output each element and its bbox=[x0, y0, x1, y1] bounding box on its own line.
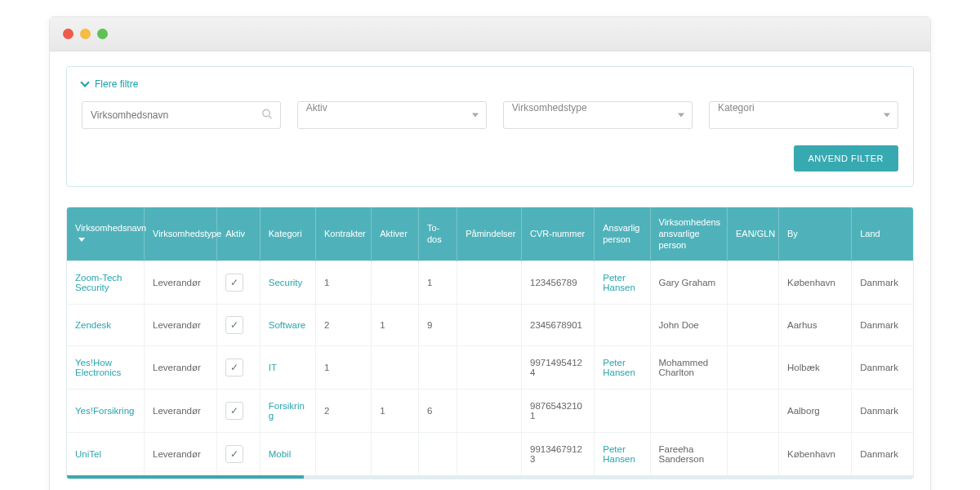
cell-ansvarlig bbox=[595, 390, 650, 433]
active-check-icon[interactable]: ✓ bbox=[225, 274, 243, 292]
col-ean[interactable]: EAN/GLN bbox=[728, 207, 779, 261]
cell-cvr: 99714954124 bbox=[522, 346, 595, 390]
cell-aktiv: ✓ bbox=[217, 305, 261, 346]
cell-name-link[interactable]: UniTel bbox=[75, 449, 101, 459]
cell-virk-ansv: Mohammed Charlton bbox=[650, 346, 728, 390]
col-aktiv[interactable]: Aktiv bbox=[217, 207, 261, 261]
type-select[interactable]: Virksomhedstype bbox=[503, 101, 693, 129]
cell-land: Danmark bbox=[852, 390, 914, 433]
cell-kategori-link[interactable]: Software bbox=[269, 320, 305, 330]
cell-ansvarlig-link[interactable]: Peter Hansen bbox=[603, 273, 635, 292]
col-by[interactable]: By bbox=[779, 207, 852, 261]
close-window-button[interactable] bbox=[63, 29, 74, 39]
cell-ansvarlig-link[interactable]: Peter Hansen bbox=[603, 444, 635, 464]
cell-paamindelser bbox=[457, 261, 522, 305]
company-name-input[interactable] bbox=[82, 101, 281, 129]
col-type[interactable]: Virksomhedstype bbox=[145, 207, 217, 261]
maximize-window-button[interactable] bbox=[97, 29, 108, 39]
active-check-icon[interactable]: ✓ bbox=[225, 445, 243, 463]
apply-filter-button[interactable]: ANVEND FILTER bbox=[794, 145, 898, 172]
cell-kontrakter: 1 bbox=[316, 346, 372, 390]
cell-kategori-link[interactable]: Security bbox=[269, 278, 303, 287]
aktiv-select[interactable]: Aktiv bbox=[297, 101, 487, 129]
cell-type: Leverandør bbox=[145, 390, 217, 433]
cell-name-link[interactable]: Yes!Forsikring bbox=[75, 406, 134, 416]
table-row: Yes!How ElectronicsLeverandør✓IT19971495… bbox=[67, 346, 914, 390]
col-kontrakter[interactable]: Kontrakter bbox=[316, 207, 372, 261]
cell-virk-ansv bbox=[650, 390, 728, 433]
cell-name: UniTel bbox=[67, 433, 145, 476]
titlebar bbox=[50, 17, 930, 51]
cell-name-link[interactable]: Yes!How Electronics bbox=[75, 358, 121, 377]
cell-paamindelser bbox=[457, 390, 522, 433]
cell-cvr: 123456789 bbox=[522, 261, 595, 305]
cell-aktiver bbox=[372, 433, 419, 476]
col-land[interactable]: Land bbox=[852, 207, 914, 261]
cell-cvr: 98765432101 bbox=[522, 390, 595, 433]
filter-title-label: Flere filtre bbox=[95, 78, 138, 90]
col-aktiver[interactable]: Aktiver bbox=[372, 207, 419, 261]
cell-land: Danmark bbox=[852, 305, 914, 346]
col-cvr[interactable]: CVR-nummer bbox=[522, 207, 595, 261]
active-check-icon[interactable]: ✓ bbox=[225, 402, 243, 420]
col-ansvarlig[interactable]: Ansvarlig person bbox=[595, 207, 650, 261]
cell-cvr: 2345678901 bbox=[522, 305, 595, 346]
cell-cvr: 99134679123 bbox=[522, 433, 595, 476]
chevron-down-icon bbox=[80, 78, 89, 87]
cell-virk-ansv: Gary Graham bbox=[650, 261, 728, 305]
table-row: Zoom-Tech SecurityLeverandør✓Security111… bbox=[67, 261, 914, 305]
cell-name-link[interactable]: Zendesk bbox=[75, 320, 111, 330]
filter-toggle[interactable]: Flere filtre bbox=[82, 78, 898, 90]
type-select-label: Virksomhedstype bbox=[512, 102, 587, 114]
app-window: Flere filtre Aktiv bbox=[49, 16, 931, 490]
cell-ansvarlig bbox=[595, 305, 650, 346]
cell-kategori: Forsikring bbox=[260, 390, 315, 433]
scrollbar-thumb[interactable] bbox=[67, 475, 304, 479]
cell-name: Yes!How Electronics bbox=[67, 346, 145, 390]
col-todos[interactable]: To-dos bbox=[419, 207, 457, 261]
cell-name: Zendesk bbox=[67, 305, 145, 346]
cell-todos bbox=[419, 433, 457, 476]
horizontal-scrollbar[interactable] bbox=[67, 475, 913, 479]
cell-by: Holbæk bbox=[779, 346, 852, 390]
cell-type: Leverandør bbox=[145, 305, 217, 346]
table-row: Yes!ForsikringLeverandør✓Forsikring21698… bbox=[67, 390, 914, 433]
cell-todos bbox=[419, 346, 457, 390]
table-container: Virksomhedsnavn Virksomhedstype Aktiv Ka… bbox=[66, 207, 914, 479]
cell-ean bbox=[728, 390, 779, 433]
cell-land: Danmark bbox=[852, 433, 914, 476]
table-row: UniTelLeverandør✓Mobil99134679123Peter H… bbox=[67, 433, 914, 476]
cell-name-link[interactable]: Zoom-Tech Security bbox=[75, 273, 122, 292]
cell-kategori-link[interactable]: IT bbox=[269, 363, 277, 372]
cell-ean bbox=[728, 305, 779, 346]
cell-kategori: Mobil bbox=[260, 433, 315, 476]
cell-kategori-link[interactable]: Forsikring bbox=[269, 401, 305, 421]
type-field: Virksomhedstype bbox=[503, 101, 693, 129]
cell-kontrakter: 1 bbox=[316, 261, 372, 305]
cell-virk-ansv: Fareeha Sanderson bbox=[650, 433, 728, 476]
col-name[interactable]: Virksomhedsnavn bbox=[67, 207, 145, 261]
active-check-icon[interactable]: ✓ bbox=[225, 316, 243, 334]
cell-aktiver: 1 bbox=[372, 390, 419, 433]
cell-kategori-link[interactable]: Mobil bbox=[269, 449, 291, 459]
filter-panel: Flere filtre Aktiv bbox=[66, 66, 914, 187]
cell-by: Aarhus bbox=[779, 305, 852, 346]
apply-filter-wrap: ANVEND FILTER bbox=[82, 145, 898, 172]
active-check-icon[interactable]: ✓ bbox=[225, 359, 243, 376]
cell-type: Leverandør bbox=[145, 261, 217, 305]
cell-paamindelser bbox=[457, 305, 522, 346]
kategori-select[interactable]: Kategori bbox=[709, 101, 898, 129]
aktiv-field: Aktiv bbox=[297, 101, 487, 129]
cell-ansvarlig-link[interactable]: Peter Hansen bbox=[603, 358, 635, 377]
cell-ansvarlig: Peter Hansen bbox=[595, 346, 650, 390]
col-paamindelser[interactable]: Påmindelser bbox=[457, 207, 522, 261]
filter-row: Aktiv Virksomhedstype Kategori bbox=[82, 101, 898, 129]
sort-caret-icon bbox=[78, 238, 85, 242]
company-name-field bbox=[82, 101, 281, 129]
minimize-window-button[interactable] bbox=[80, 29, 91, 39]
cell-ean bbox=[728, 346, 779, 390]
cell-todos: 6 bbox=[419, 390, 457, 433]
col-virk-ansv[interactable]: Virksomhedens ansvarlige person bbox=[650, 207, 728, 261]
cell-ean bbox=[728, 261, 779, 305]
col-kategori[interactable]: Kategori bbox=[260, 207, 315, 261]
